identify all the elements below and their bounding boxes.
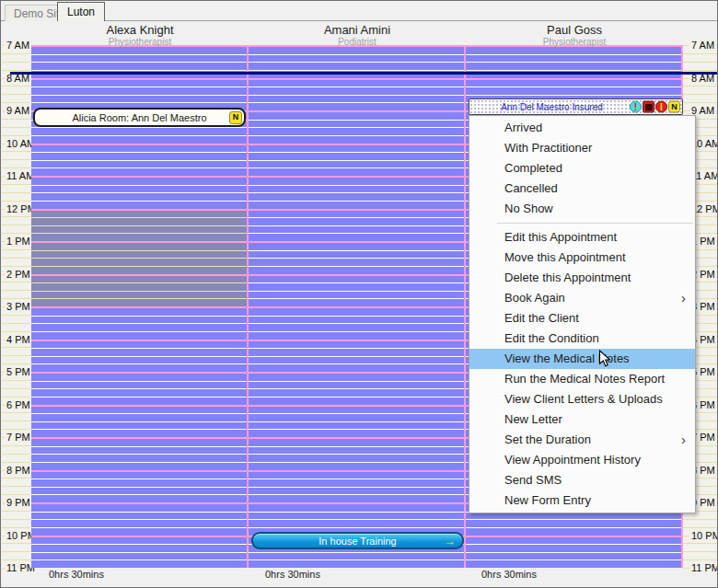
menu-item-book-again[interactable]: Book Again› [469, 288, 695, 308]
time-slot[interactable] [466, 520, 681, 528]
time-slot[interactable] [31, 560, 247, 568]
time-slot[interactable] [249, 364, 464, 372]
time-slot[interactable] [249, 439, 464, 447]
time-slot[interactable] [249, 357, 464, 365]
time-slot[interactable] [249, 398, 464, 405]
time-slot[interactable] [249, 234, 464, 241]
time-slot[interactable] [249, 96, 464, 104]
time-slot[interactable] [249, 55, 464, 63]
menu-item-new-letter[interactable]: New Letter [469, 409, 695, 430]
time-slot[interactable] [249, 121, 464, 129]
time-slot[interactable] [31, 479, 247, 488]
time-slot[interactable] [249, 47, 464, 55]
time-slot[interactable] [31, 407, 247, 415]
time-slot[interactable] [249, 332, 464, 340]
time-slot[interactable] [31, 55, 247, 63]
time-slot-unavailable[interactable] [31, 283, 247, 292]
time-slot-unavailable[interactable] [31, 292, 247, 300]
time-slot[interactable] [249, 292, 464, 300]
menu-item-view-the-medical-notes[interactable]: View the Medical Notes [469, 349, 695, 369]
time-slot[interactable] [31, 439, 247, 447]
time-slot[interactable] [249, 161, 464, 169]
time-slot[interactable] [249, 389, 464, 398]
menu-item-cancelled[interactable]: Cancelled [469, 179, 695, 199]
time-slot[interactable] [31, 398, 247, 405]
time-slot[interactable] [249, 299, 464, 306]
time-slot[interactable] [249, 283, 464, 292]
time-slot[interactable] [249, 430, 464, 437]
time-slot[interactable] [31, 186, 247, 194]
event-in-house-training[interactable]: In house Training → [251, 532, 464, 549]
menu-item-delete-this-appointment[interactable]: Delete this Appointment [469, 268, 695, 288]
menu-item-set-the-duration[interactable]: Set the Duration› [469, 430, 695, 450]
time-slot[interactable] [31, 128, 247, 136]
time-slot[interactable] [466, 553, 681, 561]
time-slot[interactable] [466, 528, 681, 536]
appointment-alicia-room[interactable]: Alicia Room: Ann Del Maestro N [33, 108, 246, 127]
time-slot[interactable] [249, 553, 464, 561]
time-slot[interactable] [31, 168, 247, 176]
time-slot[interactable] [31, 472, 247, 480]
time-slot[interactable] [249, 455, 464, 463]
time-slot[interactable] [249, 422, 464, 431]
time-slot[interactable] [249, 243, 464, 251]
time-slot[interactable] [466, 545, 681, 553]
time-slot[interactable] [31, 488, 247, 496]
menu-item-no-show[interactable]: No Show [469, 199, 695, 219]
time-slot[interactable] [31, 382, 247, 390]
time-slot[interactable] [249, 178, 464, 186]
time-slot[interactable] [31, 528, 247, 536]
time-slot-unavailable[interactable] [31, 251, 247, 259]
time-slot[interactable] [31, 317, 247, 325]
time-slot[interactable] [249, 112, 464, 121]
time-slot[interactable] [31, 447, 247, 455]
time-slot[interactable] [466, 87, 681, 96]
time-slot[interactable] [31, 332, 247, 340]
time-slot[interactable] [249, 153, 464, 161]
time-slot[interactable] [249, 560, 464, 568]
time-slot[interactable] [249, 202, 464, 209]
menu-item-edit-the-client[interactable]: Edit the Client [469, 308, 695, 329]
time-slot[interactable] [31, 430, 247, 437]
time-slot[interactable] [466, 63, 681, 71]
time-slot-unavailable[interactable] [31, 211, 247, 219]
time-slot[interactable] [31, 324, 247, 332]
time-slot[interactable] [249, 374, 464, 382]
time-slot[interactable] [249, 218, 464, 226]
time-slot[interactable] [249, 259, 464, 267]
time-slot[interactable] [249, 186, 464, 194]
time-slot[interactable] [249, 128, 464, 136]
time-slot[interactable] [31, 364, 247, 372]
menu-item-edit-the-condition[interactable]: Edit the Condition [469, 329, 695, 349]
time-slot[interactable] [249, 226, 464, 235]
time-slot[interactable] [31, 520, 247, 528]
time-slot[interactable] [31, 202, 247, 209]
time-slot-unavailable[interactable] [31, 218, 247, 226]
time-slot[interactable] [249, 136, 464, 144]
time-slot[interactable] [249, 168, 464, 176]
time-slot[interactable] [249, 193, 464, 202]
time-slot-unavailable[interactable] [31, 259, 247, 267]
time-slot[interactable] [31, 414, 247, 422]
time-slot-unavailable[interactable] [31, 234, 247, 241]
time-slot[interactable] [249, 520, 464, 528]
time-slot[interactable] [31, 308, 247, 317]
tab-luton[interactable]: Luton [57, 2, 105, 21]
time-slot[interactable] [31, 349, 247, 357]
time-slot[interactable] [249, 324, 464, 332]
time-slot[interactable] [31, 553, 247, 561]
appointment-ann-del-maestro-insured[interactable]: Ann Del Maestro Insured !▤IN [469, 98, 683, 115]
time-slot[interactable] [31, 63, 247, 71]
time-slot-unavailable[interactable] [31, 299, 247, 306]
time-slot[interactable] [249, 479, 464, 488]
menu-item-new-form-entry[interactable]: New Form Entry [469, 490, 695, 511]
time-slot[interactable] [31, 455, 247, 463]
menu-item-view-client-letters-uploads[interactable]: View Client Letters & Uploads [469, 389, 695, 409]
time-slot[interactable] [31, 80, 247, 88]
time-slot[interactable] [249, 407, 464, 415]
time-slot[interactable] [31, 357, 247, 365]
time-slot[interactable] [31, 341, 247, 350]
time-slot[interactable] [31, 145, 247, 154]
time-slot[interactable] [31, 47, 247, 55]
time-slot[interactable] [249, 495, 464, 502]
